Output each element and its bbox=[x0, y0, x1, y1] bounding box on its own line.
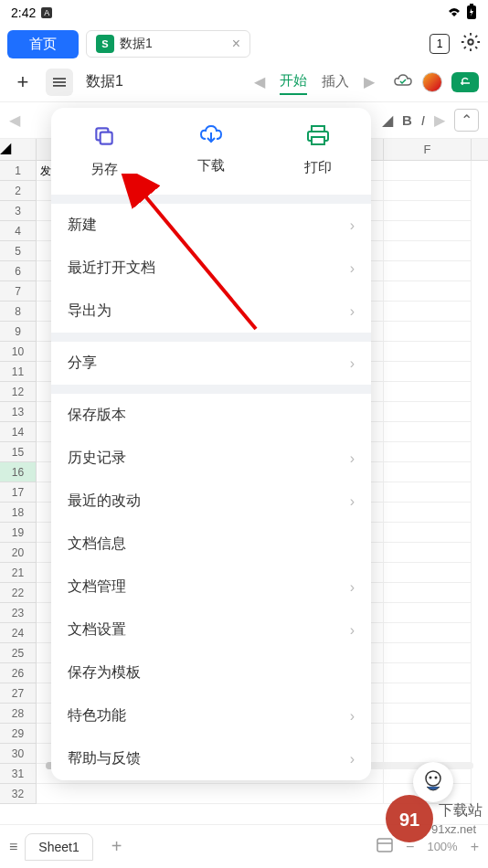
cloud-check-icon[interactable] bbox=[393, 72, 413, 92]
row-header[interactable]: 22 bbox=[0, 583, 37, 603]
row-header[interactable]: 27 bbox=[0, 683, 37, 704]
row-header[interactable]: 31 bbox=[0, 764, 37, 784]
row-header[interactable]: 28 bbox=[0, 704, 37, 724]
cell[interactable] bbox=[384, 422, 472, 442]
row-header[interactable]: 1 bbox=[0, 161, 37, 181]
col-header-f[interactable]: F bbox=[384, 139, 472, 160]
cell[interactable] bbox=[384, 643, 472, 663]
row-header[interactable]: 29 bbox=[0, 724, 37, 744]
format-icon[interactable]: ◢ bbox=[382, 111, 393, 129]
cell[interactable] bbox=[384, 261, 472, 281]
row-header[interactable]: 15 bbox=[0, 442, 37, 462]
cell[interactable] bbox=[384, 322, 472, 342]
cell[interactable] bbox=[384, 221, 472, 241]
cell[interactable] bbox=[384, 281, 472, 302]
download-action[interactable]: 下载 bbox=[158, 124, 265, 178]
cell[interactable] bbox=[384, 442, 472, 462]
format-prev-icon[interactable]: ◀ bbox=[9, 111, 20, 129]
cell[interactable] bbox=[384, 683, 472, 704]
cell[interactable] bbox=[384, 543, 472, 563]
cell[interactable] bbox=[384, 362, 472, 382]
menu-item[interactable]: 保存为模板› bbox=[51, 651, 371, 694]
row-header[interactable]: 3 bbox=[0, 201, 37, 221]
row-header[interactable]: 8 bbox=[0, 302, 37, 322]
row-header[interactable]: 4 bbox=[0, 221, 37, 241]
zoom-out-icon[interactable]: − bbox=[406, 839, 414, 855]
row-header[interactable]: 7 bbox=[0, 281, 37, 302]
row-header[interactable]: 2 bbox=[0, 181, 37, 201]
user-avatar[interactable] bbox=[422, 72, 442, 92]
row-header[interactable]: 20 bbox=[0, 543, 37, 563]
cell[interactable] bbox=[384, 482, 472, 503]
cell[interactable] bbox=[384, 704, 472, 724]
menu-item[interactable]: 文档管理› bbox=[51, 566, 371, 609]
nav-tab-insert[interactable]: 插入 bbox=[322, 69, 349, 94]
home-tab[interactable]: 首页 bbox=[7, 30, 79, 58]
bold-icon[interactable]: B bbox=[402, 112, 412, 128]
cell[interactable] bbox=[384, 563, 472, 583]
cell[interactable] bbox=[384, 201, 472, 221]
sheets-list-icon[interactable]: ≡ bbox=[9, 839, 17, 855]
zoom-level[interactable]: 100% bbox=[427, 840, 457, 853]
cell[interactable] bbox=[384, 583, 472, 603]
cell[interactable] bbox=[384, 342, 472, 362]
row-header[interactable]: 11 bbox=[0, 362, 37, 382]
row-header[interactable]: 5 bbox=[0, 241, 37, 261]
row-header[interactable]: 10 bbox=[0, 342, 37, 362]
row-header[interactable]: 16 bbox=[0, 462, 37, 482]
menu-item[interactable]: 新建› bbox=[51, 204, 371, 247]
settings-icon[interactable] bbox=[461, 32, 481, 56]
menu-item[interactable]: 文档信息› bbox=[51, 523, 371, 566]
menu-item[interactable]: 保存版本› bbox=[51, 394, 371, 437]
menu-item[interactable]: 特色功能› bbox=[51, 694, 371, 737]
sheet-tab[interactable]: Sheet1 bbox=[25, 833, 92, 861]
cell[interactable] bbox=[384, 462, 472, 482]
row-header[interactable]: 9 bbox=[0, 322, 37, 342]
row-header[interactable]: 30 bbox=[0, 744, 37, 764]
cell[interactable] bbox=[384, 382, 472, 402]
row-header[interactable]: 23 bbox=[0, 603, 37, 623]
italic-icon[interactable]: I bbox=[421, 112, 425, 128]
menu-item[interactable]: 历史记录› bbox=[51, 437, 371, 480]
select-all-corner[interactable]: ◢ bbox=[0, 139, 37, 160]
row-header[interactable]: 26 bbox=[0, 663, 37, 683]
cell[interactable] bbox=[384, 161, 472, 181]
menu-item[interactable]: 导出为› bbox=[51, 290, 371, 333]
nav-tab-start[interactable]: 开始 bbox=[280, 69, 307, 95]
share-button[interactable] bbox=[451, 72, 479, 92]
cell[interactable] bbox=[384, 724, 472, 744]
nav-next-icon[interactable]: ▶ bbox=[364, 73, 375, 90]
cell[interactable] bbox=[384, 623, 472, 643]
cell[interactable] bbox=[384, 663, 472, 683]
row-header[interactable]: 14 bbox=[0, 422, 37, 442]
cell[interactable] bbox=[384, 523, 472, 543]
view-icon[interactable] bbox=[377, 838, 393, 856]
row-header[interactable]: 32 bbox=[0, 784, 37, 804]
format-next-icon[interactable]: ▶ bbox=[434, 111, 445, 129]
cell[interactable] bbox=[384, 241, 472, 261]
collapse-icon[interactable]: ⌃ bbox=[454, 109, 479, 132]
close-icon[interactable]: × bbox=[232, 36, 240, 52]
row-header[interactable]: 24 bbox=[0, 623, 37, 643]
row-header[interactable]: 19 bbox=[0, 523, 37, 543]
add-sheet-button[interactable]: + bbox=[101, 836, 133, 857]
row-header[interactable]: 21 bbox=[0, 563, 37, 583]
row-header[interactable]: 17 bbox=[0, 482, 37, 503]
menu-item[interactable]: 最近打开文档› bbox=[51, 247, 371, 290]
save-as-action[interactable]: 另存 bbox=[51, 124, 158, 178]
cell[interactable] bbox=[384, 744, 472, 764]
row-header[interactable]: 18 bbox=[0, 503, 37, 523]
nav-prev-icon[interactable]: ◀ bbox=[254, 73, 265, 90]
row-header[interactable]: 25 bbox=[0, 643, 37, 663]
menu-item[interactable]: 分享› bbox=[51, 342, 371, 385]
row-header[interactable]: 6 bbox=[0, 261, 37, 281]
cell[interactable] bbox=[384, 503, 472, 523]
cell[interactable] bbox=[384, 402, 472, 422]
menu-item[interactable]: 帮助与反馈› bbox=[51, 737, 371, 780]
menu-button[interactable] bbox=[46, 69, 73, 96]
zoom-in-icon[interactable]: + bbox=[471, 839, 479, 855]
menu-item[interactable]: 最近的改动› bbox=[51, 480, 371, 523]
tab-count-badge[interactable]: 1 bbox=[430, 34, 450, 54]
print-action[interactable]: 打印 bbox=[264, 124, 371, 178]
document-tab[interactable]: S 数据1 × bbox=[86, 30, 250, 58]
